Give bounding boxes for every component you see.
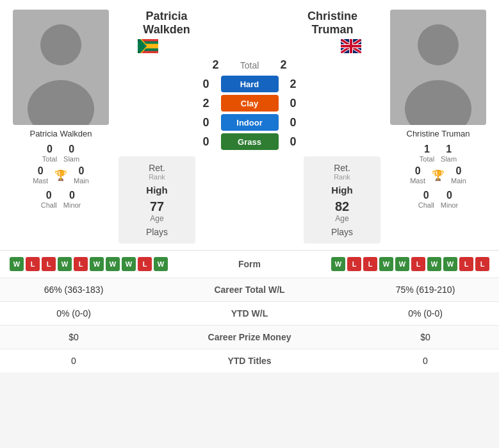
player-right-name-center: ChristineTruman [291, 10, 374, 37]
stats-right-1: 0% (0-0) [361, 308, 489, 319]
form-badge-r1: W [331, 257, 345, 271]
form-badge-l1: W [10, 257, 24, 271]
player-right-avatar [390, 10, 486, 125]
center-player-boxes: Ret. Rank High 77 Age Plays Ret. Rank [119, 156, 380, 244]
left-plays: Plays [146, 227, 168, 237]
left-total-score: 2 [206, 58, 225, 72]
grass-right: 0 [284, 135, 303, 149]
player-right-name: Christine Truman [407, 129, 470, 138]
svg-point-28 [418, 24, 459, 65]
stat-mast-left: 0 Mast [33, 165, 48, 185]
stats-label-0: Career Total W/L [138, 285, 361, 295]
flags-row [119, 39, 380, 53]
form-badge-r6: L [411, 257, 425, 271]
form-badge-l7: W [106, 257, 120, 271]
stats-row-2: $0 Career Prize Money $0 [0, 325, 499, 349]
total-row: 2 Total 2 [119, 58, 380, 72]
stats-left-3: 0 [10, 356, 138, 366]
stat-main-right: 0 Main [451, 165, 466, 185]
form-badge-r3: L [363, 257, 377, 271]
form-badge-l2: L [26, 257, 40, 271]
clay-badge: Clay [221, 95, 279, 112]
clay-left: 2 [197, 97, 216, 110]
right-plays: Plays [331, 227, 353, 237]
form-badge-r7: W [427, 257, 441, 271]
stat-total-left: 0 Total [42, 144, 57, 163]
flag-left [138, 39, 158, 53]
stats-left-1: 0% (0-0) [10, 308, 138, 319]
form-badge-r9: L [459, 257, 473, 271]
player-left-stats-1: 0 Total 0 Slam [42, 144, 79, 163]
stats-label-1: YTD W/L [138, 308, 361, 319]
right-rank: Ret. Rank [334, 163, 350, 181]
player-right-trophy-row: 0 Mast 🏆 0 Main [410, 165, 466, 185]
stat-main-left: 0 Main [74, 165, 89, 185]
stats-label-2: Career Prize Money [138, 332, 361, 342]
indoor-left: 0 [197, 116, 216, 129]
surface-row-clay: 2 Clay 0 [119, 95, 380, 112]
player-left-trophy-row: 0 Mast 🏆 0 Main [33, 165, 89, 185]
player-left-center-box: Ret. Rank High 77 Age Plays [119, 156, 195, 244]
stat-minor-left: 0 Minor [63, 190, 81, 209]
right-total-score: 2 [274, 58, 293, 72]
svg-point-1 [40, 24, 81, 65]
form-badge-r2: L [347, 257, 361, 271]
stat-slam-left: 0 Slam [63, 144, 79, 163]
player-names-row: PatriciaWalkden ChristineTruman [119, 10, 380, 37]
stats-left-2: $0 [10, 332, 138, 342]
hard-badge: Hard [221, 76, 279, 92]
svg-rect-26 [341, 45, 361, 47]
stats-right-3: 0 [361, 356, 489, 366]
center-stats: PatriciaWalkden ChristineTruman [115, 10, 384, 244]
player-left: Patricia Walkden 0 Total 0 Slam 0 Mast 🏆 [6, 10, 115, 244]
form-badge-r10: L [475, 257, 489, 271]
stats-label-3: YTD Titles [138, 356, 361, 366]
grass-badge: Grass [221, 133, 279, 150]
form-badge-l9: L [138, 257, 152, 271]
form-badge-l6: W [90, 257, 104, 271]
form-badges-left: W L L W L W W W L W [10, 257, 168, 271]
player-left-stats-2: 0 Chall 0 Minor [41, 190, 81, 209]
form-badge-l3: L [42, 257, 56, 271]
surface-row-hard: 0 Hard 2 [119, 76, 380, 92]
hard-right: 2 [284, 78, 303, 91]
surface-row-indoor: 0 Indoor 0 [119, 114, 380, 131]
stats-row-0: 66% (363-183) Career Total W/L 75% (619-… [0, 278, 499, 301]
form-badge-r8: W [443, 257, 457, 271]
indoor-right: 0 [284, 116, 303, 129]
stats-right-0: 75% (619-210) [361, 285, 489, 295]
form-label: Form [224, 259, 275, 269]
form-badge-l10: W [154, 257, 168, 271]
stat-total-right: 1 Total [420, 144, 434, 163]
stat-mast-right: 0 Mast [410, 165, 425, 185]
form-badge-l8: W [122, 257, 136, 271]
indoor-badge: Indoor [221, 114, 279, 131]
surface-rows: 0 Hard 2 2 Clay 0 0 Indoor 0 0 Grass [119, 76, 380, 150]
stat-chall-right: 0 Chall [418, 190, 434, 209]
player-left-avatar [13, 10, 109, 125]
clay-right: 0 [284, 97, 303, 110]
player-right-center-box: Ret. Rank High 82 Age Plays [304, 156, 380, 244]
stats-right-2: $0 [361, 332, 489, 342]
player-right: Christine Truman 1 Total 1 Slam 0 Mast 🏆 [384, 10, 493, 244]
surface-row-grass: 0 Grass 0 [119, 133, 380, 150]
form-badge-r5: W [395, 257, 409, 271]
grass-left: 0 [197, 135, 216, 149]
stat-chall-left: 0 Chall [41, 190, 57, 209]
right-high: High [331, 185, 352, 195]
hard-left: 0 [197, 78, 216, 91]
form-section: W L L W L W W W L W Form W L L W W L W W… [0, 250, 499, 278]
right-age: 82 Age [335, 199, 349, 223]
main-container: Patricia Walkden 0 Total 0 Slam 0 Mast 🏆 [0, 0, 499, 372]
form-badge-r4: W [379, 257, 393, 271]
trophy-icon-right: 🏆 [432, 169, 445, 181]
flag-right [341, 39, 361, 53]
stats-table: 66% (363-183) Career Total W/L 75% (619-… [0, 278, 499, 372]
left-age: 77 Age [150, 199, 164, 223]
players-section: Patricia Walkden 0 Total 0 Slam 0 Mast 🏆 [0, 0, 499, 250]
stat-slam-right: 1 Slam [441, 144, 457, 163]
stats-row-1: 0% (0-0) YTD W/L 0% (0-0) [0, 301, 499, 325]
stats-left-0: 66% (363-183) [10, 285, 138, 295]
form-badge-l4: W [58, 257, 72, 271]
trophy-icon-left: 🏆 [54, 169, 67, 181]
